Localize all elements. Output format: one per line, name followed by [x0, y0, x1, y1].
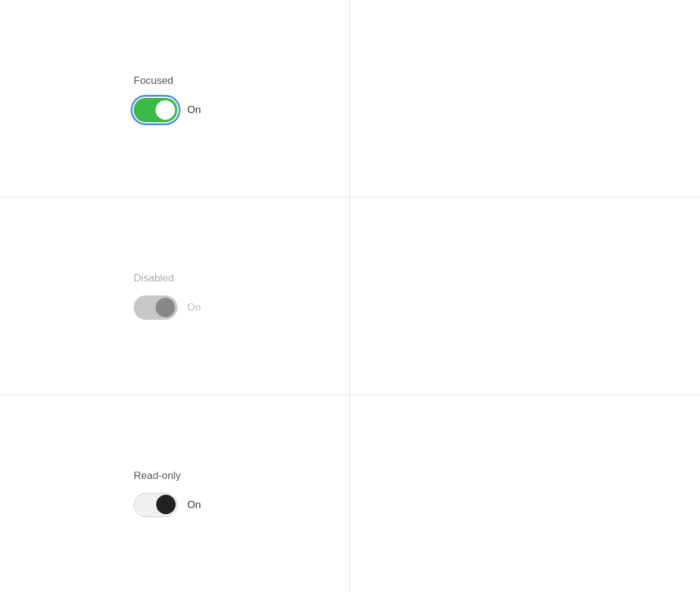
- cell-disabled-large: Disabled On: [0, 198, 350, 395]
- cell-focused-large: Focused On: [0, 0, 350, 198]
- toggle-disabled-large: [134, 295, 177, 320]
- toggle-readonly-large: [134, 493, 177, 517]
- cell-readonly-large: Read-only On: [0, 395, 350, 592]
- focused-large-on-text: On: [187, 104, 201, 116]
- readonly-large-label: Read-only: [134, 470, 181, 482]
- disabled-large-row: On: [134, 295, 201, 320]
- cell-readonly-small: Read-only On: [350, 395, 700, 592]
- focused-large-label: Focused: [134, 75, 173, 87]
- disabled-large-on-text: On: [187, 301, 201, 314]
- readonly-large-row: On: [134, 493, 201, 517]
- cell-focused-small: Focused On: [350, 0, 700, 198]
- toggle-thumb: [156, 100, 175, 120]
- toggle-focused-large[interactable]: [134, 98, 177, 122]
- toggle-thumb: [156, 495, 176, 514]
- disabled-large-label: Disabled: [134, 272, 174, 284]
- toggle-thumb: [156, 298, 175, 317]
- focused-large-row: On: [134, 98, 201, 122]
- toggle-showcase-grid: Focused On Focused On Disabled On: [0, 0, 700, 592]
- cell-disabled-small: Disabled On: [350, 198, 700, 395]
- readonly-large-on-text: On: [187, 499, 201, 511]
